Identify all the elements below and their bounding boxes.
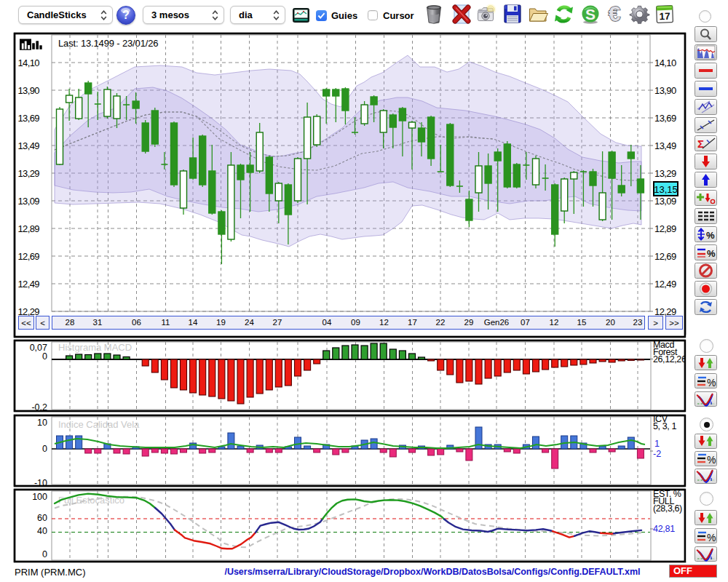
svg-text:%: % xyxy=(707,248,716,259)
svg-text:10: 10 xyxy=(37,418,47,428)
svg-text:%: % xyxy=(707,531,716,543)
svg-text:%: % xyxy=(706,230,715,241)
svg-text:1: 1 xyxy=(654,439,660,449)
svg-text:%: % xyxy=(707,376,716,388)
svg-text:14,10: 14,10 xyxy=(654,57,676,68)
svg-text:Last: 13.1499 - 23/01/26: Last: 13.1499 - 23/01/26 xyxy=(58,38,158,49)
svg-text:26,12,26: 26,12,26 xyxy=(653,354,687,364)
svg-text:12,69: 12,69 xyxy=(17,251,39,262)
svg-text:12,49: 12,49 xyxy=(17,279,39,290)
svg-text:Indice Calidad Vela: Indice Calidad Vela xyxy=(58,419,140,430)
svg-text:-2: -2 xyxy=(653,449,661,459)
svg-text:60: 60 xyxy=(37,513,47,523)
svg-text:S: S xyxy=(585,6,596,23)
svg-text:13,69: 13,69 xyxy=(17,113,39,124)
svg-text:0: 0 xyxy=(42,444,47,454)
svg-text:%: % xyxy=(707,454,716,466)
svg-text:5, 3, 1: 5, 3, 1 xyxy=(653,421,676,431)
svg-text:12,69: 12,69 xyxy=(654,251,676,262)
svg-text:13,69: 13,69 xyxy=(654,113,676,124)
svg-text:12,89: 12,89 xyxy=(654,223,676,234)
svg-text:€: € xyxy=(609,3,621,25)
svg-text:0: 0 xyxy=(42,351,47,362)
svg-text:14,10: 14,10 xyxy=(17,57,39,68)
svg-text:12,49: 12,49 xyxy=(654,279,676,290)
svg-text:13,49: 13,49 xyxy=(17,140,39,151)
svg-text:13,29: 13,29 xyxy=(654,168,676,179)
svg-text:0: 0 xyxy=(42,549,47,559)
svg-text:13,90: 13,90 xyxy=(654,85,676,96)
svg-text:17: 17 xyxy=(659,11,670,23)
svg-text:40: 40 xyxy=(37,526,47,536)
svg-text:42,81: 42,81 xyxy=(653,524,675,534)
svg-text:13,49: 13,49 xyxy=(654,140,676,151)
svg-text:13,09: 13,09 xyxy=(17,196,39,207)
svg-text:13,09: 13,09 xyxy=(654,196,676,207)
svg-text:13,90: 13,90 xyxy=(17,85,39,96)
svg-text:13,15: 13,15 xyxy=(654,184,678,195)
svg-text:13,29: 13,29 xyxy=(17,168,39,179)
svg-text:100: 100 xyxy=(32,492,47,502)
svg-text:(28,3,6): (28,3,6) xyxy=(653,503,682,514)
svg-text:Histgrama MACD: Histgrama MACD xyxy=(58,342,132,353)
svg-text:12,89: 12,89 xyxy=(17,223,39,234)
